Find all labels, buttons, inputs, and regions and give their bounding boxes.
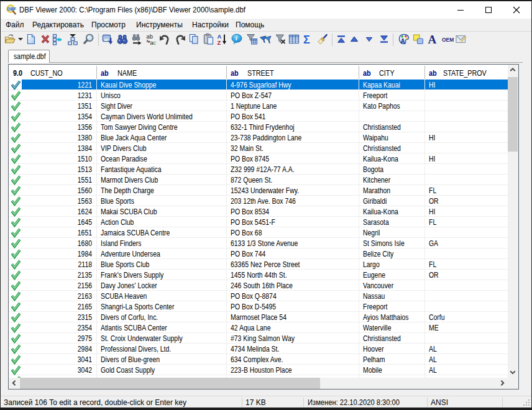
svg-text:A: A (401, 38, 405, 45)
svg-text:i: i (236, 35, 237, 42)
svg-text:c: c (153, 39, 156, 46)
svg-text:Σ: Σ (303, 34, 310, 45)
svg-text:A: A (428, 33, 437, 45)
svg-text:DBF: DBF (7, 7, 17, 11)
svg-text:Z: Z (218, 39, 221, 46)
svg-text:OEM: OEM (442, 37, 454, 43)
